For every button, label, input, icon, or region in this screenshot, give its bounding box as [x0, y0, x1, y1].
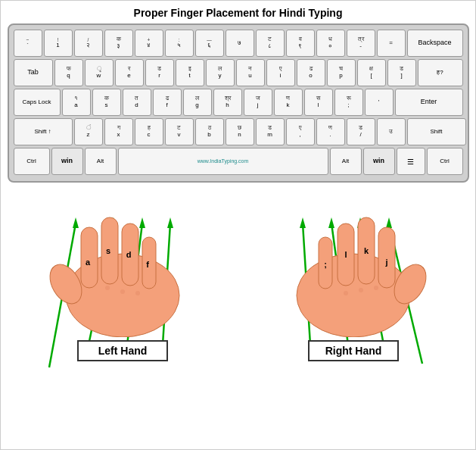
key-backspace[interactable]: Backspace — [407, 30, 463, 57]
key-menu[interactable]: ☰ — [397, 148, 425, 175]
key-o[interactable]: ढo — [297, 59, 325, 86]
svg-text:d: d — [126, 250, 132, 259]
key-semicolon[interactable]: रू; — [334, 89, 363, 116]
key-z[interactable]: ंz — [74, 118, 103, 145]
key-comma[interactable]: ए, — [286, 118, 315, 145]
svg-text:l: l — [344, 250, 347, 259]
svg-text:s: s — [106, 246, 110, 255]
key-row-3: Caps Lock १a कs तd ढf लg श्रh जj णk सl र… — [14, 89, 463, 116]
key-q[interactable]: फq — [54, 59, 83, 86]
page-title: Proper Finger Placement for Hindi Typing — [134, 7, 343, 19]
key-lbracket[interactable]: क्ष[ — [357, 59, 386, 86]
key-y[interactable]: लy — [206, 59, 235, 86]
key-u[interactable]: नu — [236, 59, 265, 86]
key-tab[interactable]: Tab — [14, 59, 53, 86]
key-g[interactable]: लg — [183, 89, 212, 116]
key-a[interactable]: १a — [62, 89, 91, 116]
key-n[interactable]: छn — [226, 118, 254, 145]
svg-text:j: j — [384, 258, 387, 267]
key-ctrl-right[interactable]: Ctrl — [427, 148, 463, 175]
key-p[interactable]: चp — [327, 59, 356, 86]
svg-text:k: k — [364, 246, 369, 255]
key-enter[interactable]: Enter — [395, 89, 463, 116]
key-backslash[interactable]: ह? — [418, 59, 463, 86]
key-shift-extra[interactable]: उ — [377, 118, 406, 145]
svg-rect-21 — [142, 237, 156, 289]
key-2[interactable]: /२ — [74, 30, 103, 57]
key-row-5: Ctrl win Alt www.IndiaTyping.com Alt win… — [14, 148, 463, 175]
key-rbracket[interactable]: ड] — [387, 59, 416, 86]
keyboard: ~` !1 /२ क३ +४ :५ —६ ७ ट८ व९ ध० त्र- = B… — [8, 23, 469, 183]
key-8[interactable]: ट८ — [256, 30, 285, 57]
left-hand-label: Left Hand — [77, 340, 168, 361]
key-1[interactable]: !1 — [44, 30, 73, 57]
key-row-1: ~` !1 /२ क३ +४ :५ —६ ७ ट८ व९ ध० त्र- = B… — [14, 30, 463, 57]
svg-text:a: a — [86, 258, 91, 267]
key-0[interactable]: ध० — [316, 30, 345, 57]
svg-text:f: f — [146, 260, 149, 269]
key-3[interactable]: क३ — [104, 30, 133, 57]
key-s[interactable]: कs — [92, 89, 121, 116]
key-win-left[interactable]: win — [51, 148, 83, 175]
key-l[interactable]: सl — [304, 89, 333, 116]
key-k[interactable]: णk — [274, 89, 303, 116]
key-c[interactable]: हc — [135, 118, 163, 145]
key-v[interactable]: टv — [165, 118, 194, 145]
key-alt-left[interactable]: Alt — [85, 148, 117, 175]
key-alt-right[interactable]: Alt — [330, 148, 362, 175]
key-f[interactable]: ढf — [153, 89, 182, 116]
key-h[interactable]: श्रh — [213, 89, 242, 116]
key-shift-left[interactable]: Shift ↑ — [14, 118, 73, 145]
key-b[interactable]: ठb — [195, 118, 224, 145]
left-hand-section: a s d f Left Hand — [8, 186, 238, 445]
right-hand-section: ; l k j Right Hand — [238, 186, 469, 445]
svg-text:;: ; — [324, 260, 327, 269]
key-d[interactable]: तd — [123, 89, 151, 116]
key-equal[interactable]: = — [377, 30, 406, 57]
key-6[interactable]: —६ — [195, 30, 224, 57]
key-5[interactable]: :५ — [165, 30, 194, 57]
key-w[interactable]: ृw — [85, 59, 114, 86]
key-quote[interactable]: ' — [365, 89, 394, 116]
key-backtick[interactable]: ~` — [14, 30, 42, 57]
key-x[interactable]: गx — [104, 118, 133, 145]
right-hand-illustration: ; l k j — [270, 186, 437, 337]
right-hand-label: Right Hand — [308, 340, 399, 361]
left-hand-illustration: a s d f — [39, 186, 206, 337]
key-ctrl-left[interactable]: Ctrl — [14, 148, 50, 175]
svg-point-27 — [120, 289, 125, 294]
key-9[interactable]: व९ — [286, 30, 315, 57]
key-r[interactable]: डr — [145, 59, 174, 86]
main-container: Proper Finger Placement for Hindi Typing… — [0, 0, 476, 450]
key-e[interactable]: रe — [115, 59, 144, 86]
hands-area: a s d f Left Hand — [8, 186, 469, 445]
key-row-2: Tab फq ृw रe डr इt लy नu एi ढo चp क्ष[ ड… — [14, 59, 463, 86]
key-win-right[interactable]: win — [363, 148, 395, 175]
key-slash[interactable]: ड/ — [347, 118, 375, 145]
key-t[interactable]: इt — [176, 59, 204, 86]
key-capslock[interactable]: Caps Lock — [14, 89, 61, 116]
svg-point-28 — [135, 291, 140, 295]
key-i[interactable]: एi — [266, 59, 295, 86]
key-m[interactable]: डm — [256, 118, 285, 145]
key-period[interactable]: ण. — [316, 118, 345, 145]
key-shift-right[interactable]: Shift — [407, 118, 466, 145]
key-minus[interactable]: त्र- — [347, 30, 375, 57]
svg-point-41 — [374, 286, 378, 290]
svg-point-26 — [105, 286, 110, 290]
svg-point-40 — [359, 288, 363, 292]
svg-point-39 — [344, 291, 348, 295]
key-row-4: Shift ↑ ंz गx हc टv ठb छn डm ए, ण. ड/ उ … — [14, 118, 463, 145]
key-space[interactable]: www.IndiaTyping.com — [118, 148, 328, 175]
key-4[interactable]: +४ — [135, 30, 163, 57]
key-j[interactable]: जj — [244, 89, 272, 116]
key-7[interactable]: ७ — [226, 30, 254, 57]
